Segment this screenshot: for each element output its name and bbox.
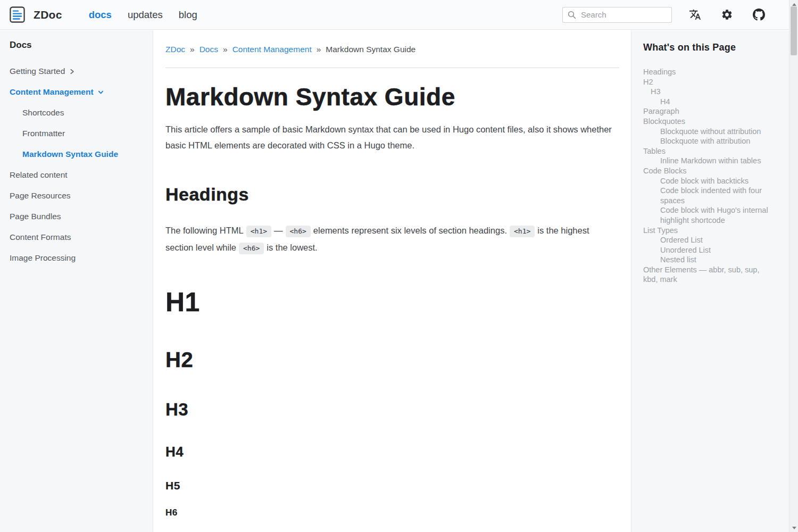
search-input[interactable] (562, 7, 672, 23)
sidebar-item-label: Shortcodes (22, 106, 64, 119)
toc-item[interactable]: Ordered List (643, 235, 774, 245)
nav-link-updates[interactable]: updates (128, 9, 163, 21)
page-toc-panel: What's on this Page Headings H2 H3 H4 Pa… (631, 30, 789, 532)
toc-item[interactable]: Blockquotes (643, 117, 774, 127)
headings-paragraph: The following HTML<h1>—<h6>elements repr… (165, 222, 619, 256)
triangle-up-icon (792, 3, 796, 6)
toc-item[interactable]: List Types (643, 226, 774, 236)
breadcrumb-current: Markdown Syntax Guide (326, 44, 415, 55)
scrollbar-down-arrow[interactable] (789, 523, 798, 532)
toc-title: What's on this Page (643, 42, 774, 53)
toc-item[interactable]: Other Elements — abbr, sub, sup, kbd, ma… (643, 265, 774, 285)
inline-code-h6: <h6> (239, 243, 264, 254)
sample-heading-h2: H2 (165, 347, 619, 372)
sidebar-item-markdown-syntax-guide[interactable]: Markdown Syntax Guide (10, 148, 143, 161)
toc-item[interactable]: H4 (643, 97, 774, 107)
sidebar-item-label: Page Resources (10, 189, 71, 202)
toc-item[interactable]: Tables (643, 146, 774, 156)
paragraph-text: — (274, 226, 283, 235)
nav-link-blog[interactable]: blog (179, 9, 197, 21)
search-box (562, 7, 672, 23)
toc-item[interactable]: H2 (643, 77, 774, 87)
article-intro: This article offers a sample of basic Ma… (165, 121, 619, 153)
sidebar-item-label: Content Formats (10, 231, 71, 244)
toc-item[interactable]: Code block indented with four spaces (643, 186, 774, 205)
sidebar-item-label: Markdown Syntax Guide (22, 148, 118, 161)
page-title: Markdown Syntax Guide (165, 82, 619, 112)
zdoc-logo-icon (9, 6, 26, 23)
inline-code-h1: <h1> (510, 226, 535, 237)
breadcrumb-separator: » (190, 44, 195, 55)
header-icon-group (689, 9, 765, 21)
toc-item[interactable]: Code block with backticks (643, 176, 774, 186)
sidebar-item-getting-started[interactable]: Getting Started (10, 65, 143, 78)
sample-heading-h6: H6 (165, 507, 619, 519)
sidebar-item-label: Frontmatter (22, 127, 65, 140)
sidebar-item-page-bundles[interactable]: Page Bundles (10, 210, 143, 223)
toc-item[interactable]: Nested list (643, 255, 774, 265)
sidebar-item-image-processing[interactable]: Image Processing (10, 252, 143, 264)
sample-heading-h5: H5 (165, 479, 619, 493)
chevron-right-icon (69, 69, 75, 74)
toc-item[interactable]: Code block with Hugo's internal highligh… (643, 205, 774, 225)
toc-item[interactable]: H3 (643, 87, 774, 97)
sidebar-item-label: Page Bundles (10, 210, 61, 223)
section-heading-headings: Headings (165, 183, 619, 205)
settings-gear-icon[interactable] (721, 9, 733, 21)
sample-heading-h3: H3 (165, 399, 619, 420)
brand-home-link[interactable]: ZDoc (9, 6, 62, 23)
docs-sidebar: Docs Getting Started Content Management … (0, 30, 153, 532)
breadcrumb-docs-link[interactable]: Docs (200, 44, 218, 55)
scrollbar-thumb[interactable] (791, 6, 797, 55)
vertical-scrollbar[interactable] (789, 0, 798, 532)
toc-item[interactable]: Unordered List (643, 245, 774, 255)
sidebar-item-label: Getting Started (10, 65, 65, 78)
sidebar-item-label: Content Management (10, 86, 94, 98)
sidebar-item-related-content[interactable]: Related content (10, 169, 143, 181)
search-icon (567, 10, 577, 20)
toc-item[interactable]: Blockquote with attribution (643, 136, 774, 146)
nav-link-docs[interactable]: docs (89, 9, 112, 21)
inline-code-h1: <h1> (246, 226, 271, 237)
top-navbar: ZDoc docs updates blog (0, 0, 798, 30)
toc-item[interactable]: Code Blocks (643, 166, 774, 176)
toc-item[interactable]: Headings (643, 67, 774, 77)
sidebar-item-frontmatter[interactable]: Frontmatter (10, 127, 143, 140)
sample-heading-h4: H4 (165, 443, 619, 460)
sidebar-item-label: Related content (10, 169, 68, 181)
article-content: ZDoc » Docs » Content Management » Markd… (154, 30, 631, 532)
breadcrumb-separator: » (317, 44, 321, 55)
sidebar-title: Docs (10, 40, 143, 51)
zdoc-docs-page: ZDoc docs updates blog Do (0, 0, 798, 532)
toc-item[interactable]: Inline Markdown within tables (643, 156, 774, 166)
sidebar-item-content-management[interactable]: Content Management (10, 86, 143, 98)
translate-icon[interactable] (689, 9, 701, 21)
paragraph-text: elements represent six levels of section… (313, 226, 507, 235)
sidebar-item-shortcodes[interactable]: Shortcodes (10, 106, 143, 119)
paragraph-text: is the lowest. (267, 243, 317, 252)
paragraph-text: The following HTML (165, 226, 244, 235)
toc-item[interactable]: Paragraph (643, 106, 774, 117)
sidebar-item-page-resources[interactable]: Page Resources (10, 189, 143, 202)
sample-heading-h1: H1 (165, 286, 619, 318)
breadcrumb-divider (165, 68, 619, 68)
breadcrumb-parent-link[interactable]: Content Management (232, 44, 312, 55)
breadcrumb-home-link[interactable]: ZDoc (165, 44, 185, 55)
inline-code-h6: <h6> (286, 226, 311, 237)
top-nav-links: docs updates blog (89, 9, 197, 21)
breadcrumb-separator: » (223, 44, 228, 55)
breadcrumb: ZDoc » Docs » Content Management » Markd… (165, 44, 619, 55)
brand-name: ZDoc (34, 9, 62, 21)
github-icon[interactable] (753, 9, 765, 21)
chevron-down-icon (98, 89, 104, 95)
triangle-down-icon (792, 527, 796, 529)
sidebar-item-content-formats[interactable]: Content Formats (10, 231, 143, 244)
sidebar-item-label: Image Processing (10, 252, 76, 264)
toc-item[interactable]: Blockquote without attribution (643, 127, 774, 137)
